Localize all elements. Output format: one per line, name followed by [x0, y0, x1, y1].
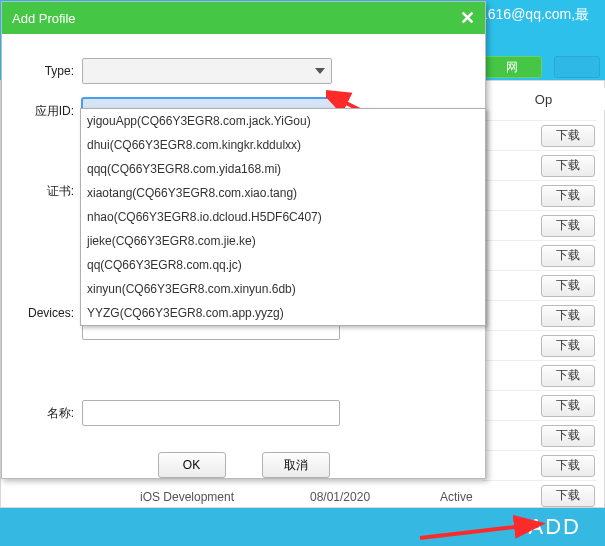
download-button[interactable]: 下载	[541, 155, 595, 177]
chevron-down-icon	[315, 68, 325, 74]
plus-icon: +	[511, 513, 527, 541]
info-row: iOS Development 08/01/2020 Active	[140, 486, 595, 508]
table-row: 下载	[482, 450, 597, 480]
bg-green-button[interactable]: 网	[482, 56, 542, 78]
table-row: 下载	[482, 270, 597, 300]
download-button[interactable]: 下载	[541, 215, 595, 237]
table-row: 下载	[482, 420, 597, 450]
table-row: 下载	[482, 180, 597, 210]
table-row: 下载	[482, 210, 597, 240]
bg-blue-button[interactable]	[554, 56, 600, 78]
table-row: 下载	[482, 360, 597, 390]
table-row: 下载	[482, 150, 597, 180]
download-button[interactable]: 下载	[541, 395, 595, 417]
dropdown-item[interactable]: qqq(CQ66Y3EGR8.com.yida168.mi)	[81, 157, 485, 181]
dropdown-item[interactable]: dhui(CQ66Y3EGR8.com.kingkr.kddulxx)	[81, 133, 485, 157]
table-row: 下载	[482, 390, 597, 420]
add-profile-dialog: Add Profile ✕ Type: 应用ID: 证书: Devices:	[1, 1, 486, 479]
download-button[interactable]: 下载	[541, 305, 595, 327]
ok-button[interactable]: OK	[158, 452, 226, 478]
table-row: 下载	[482, 120, 597, 150]
download-button[interactable]: 下载	[541, 365, 595, 387]
info-status: Active	[440, 490, 540, 504]
info-type: iOS Development	[140, 490, 310, 504]
dialog-titlebar[interactable]: Add Profile ✕	[2, 2, 485, 34]
type-combo[interactable]	[82, 58, 332, 84]
cancel-button[interactable]: 取消	[262, 452, 330, 478]
download-button[interactable]: 下载	[541, 335, 595, 357]
dropdown-item[interactable]: yigouApp(CQ66Y3EGR8.com.jack.YiGou)	[81, 109, 485, 133]
label-devices: Devices:	[10, 292, 82, 320]
email-text: 1616@qq.com,最	[480, 6, 589, 24]
add-bar[interactable]: + ADD	[0, 508, 605, 546]
label-name: 名称:	[10, 405, 82, 422]
download-button[interactable]: 下载	[541, 245, 595, 267]
label-cert: 证书:	[10, 183, 82, 200]
add-label: ADD	[529, 514, 581, 540]
dropdown-item[interactable]: xiaotang(CQ66Y3EGR8.com.xiao.tang)	[81, 181, 485, 205]
dropdown-item[interactable]: nhao(CQ66Y3EGR8.io.dcloud.H5DF6C407)	[81, 205, 485, 229]
download-button[interactable]: 下载	[541, 425, 595, 447]
table-row: 下载	[482, 300, 597, 330]
label-appid: 应用ID:	[10, 103, 82, 120]
close-icon[interactable]: ✕	[460, 7, 475, 29]
download-button[interactable]: 下载	[541, 185, 595, 207]
dropdown-item[interactable]: xinyun(CQ66Y3EGR8.com.xinyun.6db)	[81, 277, 485, 301]
dropdown-item[interactable]: jieke(CQ66Y3EGR8.com.jie.ke)	[81, 229, 485, 253]
appid-dropdown: yigouApp(CQ66Y3EGR8.com.jack.YiGou)dhui(…	[80, 108, 486, 326]
download-button[interactable]: 下载	[541, 275, 595, 297]
col-header-op: Op	[482, 88, 605, 110]
dropdown-item[interactable]: qq(CQ66Y3EGR8.com.qq.jc)	[81, 253, 485, 277]
label-type: Type:	[10, 64, 82, 78]
dropdown-item[interactable]: YYZG(CQ66Y3EGR8.com.app.yyzg)	[81, 301, 485, 325]
info-date: 08/01/2020	[310, 490, 440, 504]
dialog-title: Add Profile	[12, 11, 76, 26]
download-button[interactable]: 下载	[541, 125, 595, 147]
name-input[interactable]	[82, 400, 340, 426]
download-button[interactable]: 下载	[541, 455, 595, 477]
table-row: 下载	[482, 240, 597, 270]
table-row: 下载	[482, 330, 597, 360]
